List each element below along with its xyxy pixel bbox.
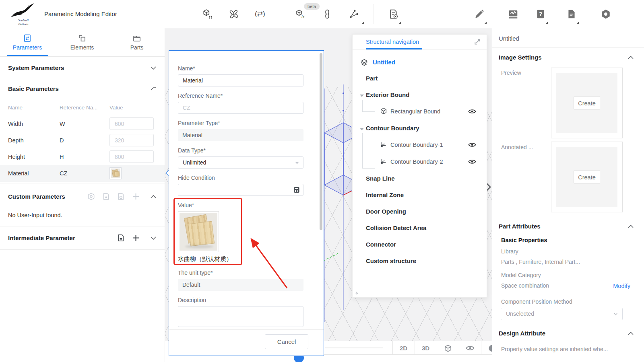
column-header-name: Name bbox=[8, 105, 23, 111]
tree-item-rectangular-bound[interactable]: Rectangular Bound bbox=[353, 106, 487, 118]
panel-resize-handle[interactable] bbox=[355, 290, 360, 295]
swap-icon[interactable]: (⇄) bbox=[255, 9, 271, 19]
visibility-eye-icon[interactable] bbox=[468, 159, 476, 165]
create-preview-button[interactable]: Create bbox=[574, 97, 600, 110]
cube-icon bbox=[380, 107, 387, 115]
material-texture-swatch[interactable] bbox=[109, 167, 122, 179]
new-document-icon[interactable] bbox=[388, 9, 399, 19]
view-3d-button[interactable]: 3D bbox=[415, 341, 437, 355]
tree-item-contour-boundary-2[interactable]: Contour Boundary-2 bbox=[353, 156, 487, 169]
modify-link[interactable]: Modify bbox=[613, 283, 630, 289]
create-annotated-button[interactable]: Create bbox=[574, 171, 600, 184]
tree-item-door-opening[interactable]: Door Opening bbox=[353, 206, 487, 218]
select-caret-icon bbox=[295, 162, 299, 164]
component-library-icon[interactable] bbox=[202, 9, 213, 19]
basic-properties-label: Basic Properties bbox=[501, 237, 547, 243]
material-value-thumbnail[interactable] bbox=[178, 211, 219, 252]
add-parameter-icon[interactable] bbox=[132, 193, 140, 200]
visibility-button[interactable] bbox=[459, 341, 481, 355]
unit-type-label: The unit type* bbox=[178, 269, 309, 276]
document-report-icon[interactable] bbox=[566, 9, 577, 19]
visibility-eye-icon[interactable] bbox=[468, 109, 476, 114]
description-textarea[interactable] bbox=[178, 306, 303, 327]
tab-parts[interactable]: Parts bbox=[109, 28, 164, 56]
link-icon[interactable] bbox=[322, 9, 332, 19]
width-value-input[interactable] bbox=[109, 117, 154, 130]
tree-item-collision-detect-area[interactable]: Collision Detect Area bbox=[353, 223, 487, 235]
help-icon[interactable]: ? bbox=[535, 9, 546, 19]
cube-fx-icon[interactable]: fx bbox=[296, 9, 306, 19]
library-value: Parts , Furniture, Internal Part... bbox=[501, 259, 580, 265]
design-attribute-header[interactable]: Design Attribute bbox=[499, 330, 545, 337]
intermediate-parameter-header[interactable]: Intermediate Parameter bbox=[8, 234, 75, 241]
component-position-select[interactable]: Unselected bbox=[501, 308, 623, 320]
chevron-up-icon[interactable] bbox=[628, 224, 634, 228]
chevron-up-icon[interactable] bbox=[628, 56, 634, 59]
collapse-caret-icon[interactable] bbox=[360, 128, 364, 130]
formula-calculator-icon[interactable] bbox=[293, 187, 300, 193]
param-row-name: Height bbox=[8, 154, 25, 160]
file-star-icon[interactable] bbox=[117, 234, 125, 242]
file-star-icon[interactable] bbox=[102, 193, 110, 200]
tree-item-internal-zone[interactable]: Internal Zone bbox=[353, 190, 487, 202]
isometric-cube-button[interactable] bbox=[437, 341, 459, 355]
edit-pencil-icon[interactable] bbox=[474, 9, 485, 19]
param-row-name: Depth bbox=[8, 137, 24, 144]
tree-item-part[interactable]: Part bbox=[353, 73, 487, 85]
svg-text:Cabinets: Cabinets bbox=[19, 23, 29, 26]
knot-icon[interactable] bbox=[229, 9, 239, 19]
activity-monitor-icon[interactable] bbox=[508, 9, 518, 19]
component-position-value: Unselected bbox=[506, 311, 534, 317]
basic-parameters-header[interactable]: Basic Parameters bbox=[8, 85, 59, 92]
tree-item-connector[interactable]: Connector bbox=[353, 239, 487, 251]
system-parameters-header[interactable]: System Parameters bbox=[8, 64, 64, 71]
tree-item-label: Snap Line bbox=[366, 175, 395, 182]
tree-item-snap-line[interactable]: Snap Line bbox=[353, 173, 487, 185]
name-input[interactable] bbox=[178, 74, 303, 86]
chevron-down-icon[interactable] bbox=[151, 66, 156, 70]
depth-value-input[interactable] bbox=[109, 134, 154, 146]
tree-item-label: Untitled bbox=[373, 59, 395, 66]
tree-item-custom-structure[interactable]: Custom structure bbox=[353, 256, 487, 268]
hide-condition-input[interactable] bbox=[178, 184, 303, 196]
modal-footer-divider bbox=[169, 329, 324, 330]
custom-parameters-empty-text: No User-Input found. bbox=[8, 212, 62, 218]
layers-icon bbox=[361, 59, 368, 66]
zoom-slider[interactable] bbox=[325, 348, 383, 348]
tree-item-label: Contour Boundary-1 bbox=[390, 142, 443, 148]
data-type-label: Data Type* bbox=[178, 147, 309, 154]
svg-text:?: ? bbox=[539, 11, 543, 17]
nut-settings-icon[interactable] bbox=[87, 193, 95, 200]
reference-name-input[interactable] bbox=[178, 102, 303, 114]
left-panel: Parameters Elements Parts System Paramet… bbox=[0, 28, 165, 362]
chevron-up-icon[interactable] bbox=[151, 87, 156, 90]
height-value-input[interactable] bbox=[109, 150, 154, 163]
modal-scrollbar[interactable] bbox=[320, 53, 322, 230]
design-attribute-hint: Property value settings are inherited wh… bbox=[501, 346, 608, 352]
visibility-eye-icon[interactable] bbox=[468, 142, 476, 148]
image-settings-header[interactable]: Image Settings bbox=[499, 54, 542, 61]
chevron-down-icon[interactable] bbox=[151, 236, 156, 240]
tab-elements[interactable]: Elements bbox=[55, 28, 109, 56]
cancel-button[interactable]: Cancel bbox=[265, 334, 308, 349]
expand-panel-icon[interactable] bbox=[474, 38, 481, 45]
collapse-caret-icon[interactable] bbox=[360, 95, 364, 97]
part-attributes-header[interactable]: Part Attributes bbox=[499, 223, 541, 230]
settings-nut-icon[interactable] bbox=[601, 9, 611, 19]
chevron-up-icon[interactable] bbox=[151, 195, 156, 198]
custom-parameters-header[interactable]: Custom Parameters bbox=[8, 193, 65, 200]
structural-navigation-tab[interactable]: Structural navigation bbox=[366, 39, 419, 45]
data-type-value: Unlimited bbox=[183, 159, 206, 166]
data-type-select[interactable]: Unlimited bbox=[178, 156, 303, 169]
add-parameter-icon[interactable] bbox=[132, 234, 140, 242]
eye-icon bbox=[466, 345, 475, 351]
annotated-image-box: Create bbox=[551, 142, 623, 212]
parameter-type-field: Material bbox=[178, 129, 303, 141]
chevron-up-icon[interactable] bbox=[628, 331, 634, 335]
view-2d-button[interactable]: 2D bbox=[392, 341, 415, 355]
tab-parameters[interactable]: Parameters bbox=[0, 28, 55, 56]
share-icon[interactable] bbox=[349, 9, 359, 19]
component-position-method-label: Component Position Method bbox=[501, 298, 572, 305]
tree-item-untitled[interactable]: Untitled bbox=[353, 57, 487, 69]
file-circle-icon[interactable] bbox=[117, 193, 125, 200]
